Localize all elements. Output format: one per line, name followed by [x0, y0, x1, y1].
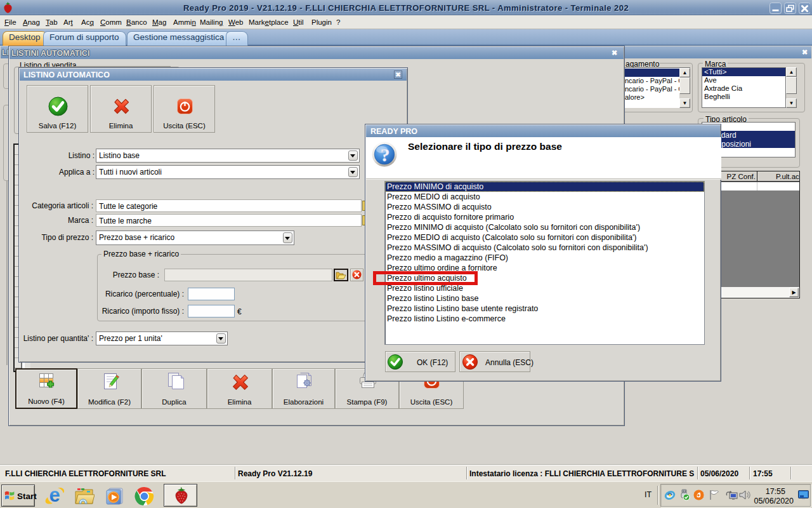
- svg-text:?: ?: [381, 144, 390, 165]
